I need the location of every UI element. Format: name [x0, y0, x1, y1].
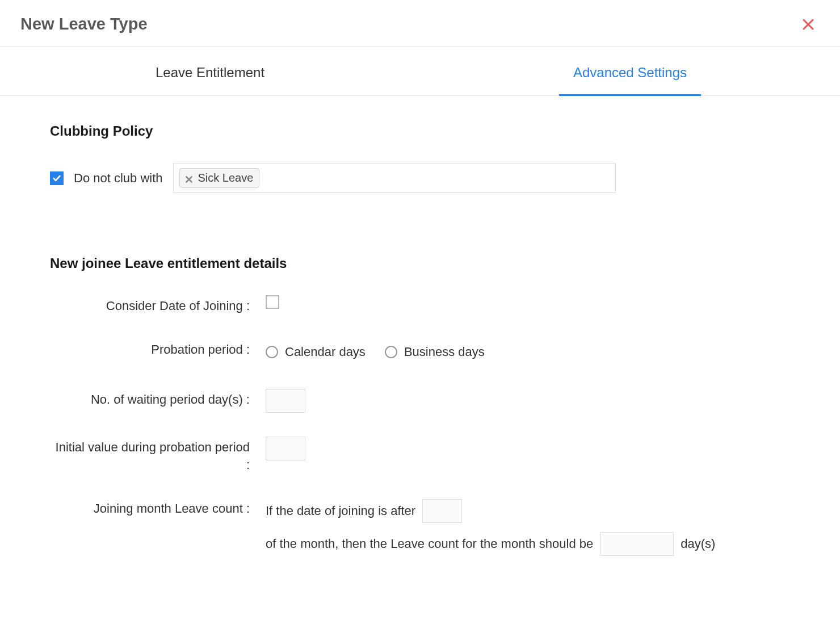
label-joining-count: Joining month Leave count : — [50, 498, 266, 518]
checkbox-do-not-club[interactable] — [50, 171, 64, 185]
input-joining-date-threshold[interactable] — [422, 499, 462, 523]
page-title: New Leave Type — [20, 15, 148, 33]
label-initial-value: Initial value during probation period : — [50, 437, 266, 474]
input-initial-value[interactable] — [266, 437, 305, 460]
radio-business-days[interactable] — [385, 346, 397, 358]
radio-calendar-days[interactable] — [266, 346, 278, 358]
tag-chip-sick-leave: Sick Leave — [179, 168, 260, 188]
tab-leave-entitlement[interactable]: Leave Entitlement — [0, 47, 420, 95]
input-joining-leave-count[interactable] — [600, 532, 674, 556]
remove-tag-icon[interactable] — [184, 174, 194, 183]
joining-text-2: of the month, then the Leave count for t… — [266, 531, 593, 557]
label-consider-doj: Consider Date of Joining : — [50, 295, 266, 315]
close-icon[interactable] — [801, 18, 815, 31]
label-waiting-days: No. of waiting period day(s) : — [50, 389, 266, 409]
tag-input-do-not-club[interactable]: Sick Leave — [173, 163, 616, 193]
tab-advanced-settings[interactable]: Advanced Settings — [420, 47, 840, 95]
section-clubbing-policy: Clubbing Policy — [50, 123, 790, 139]
radio-label-business-days: Business days — [404, 339, 485, 365]
joining-text-3: day(s) — [681, 531, 715, 557]
joining-text-1: If the date of joining is after — [266, 498, 415, 524]
input-waiting-days[interactable] — [266, 389, 305, 413]
checkbox-consider-doj[interactable] — [266, 295, 279, 309]
label-probation-period: Probation period : — [50, 339, 266, 359]
section-joinee-details: New joinee Leave entitlement details — [50, 255, 790, 271]
radio-label-calendar-days: Calendar days — [285, 339, 366, 365]
checkbox-label-do-not-club: Do not club with — [74, 171, 163, 186]
tag-chip-label: Sick Leave — [198, 171, 254, 185]
